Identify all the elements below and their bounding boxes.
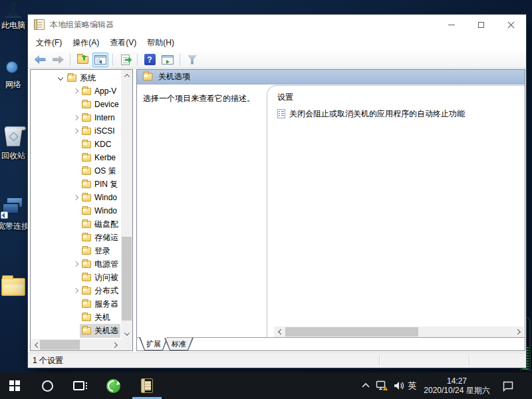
- folder-icon: [143, 73, 153, 81]
- tab-label: 标准: [164, 338, 194, 350]
- folder-icon: [82, 194, 91, 201]
- scrollbar-thumb[interactable]: [40, 340, 80, 350]
- tree-item-系统[interactable]: 系统: [31, 71, 121, 84]
- desktop-icon-broadband[interactable]: 宽带连接: [0, 197, 28, 232]
- network-status-button[interactable]: [374, 372, 391, 399]
- settings-column-header[interactable]: 设置: [277, 92, 293, 103]
- settings-list: 关闭会阻止或取消关机的应用程序的自动终止功能: [277, 107, 523, 120]
- new-window-icon: [162, 55, 174, 65]
- settings-horizontal-scrollbar[interactable]: [274, 327, 524, 337]
- tree-item-服务器[interactable]: 服务器: [31, 297, 121, 311]
- twisty-collapsed-icon[interactable]: [72, 127, 80, 135]
- gpedit-taskbar-button[interactable]: [132, 372, 162, 399]
- tree-vertical-scrollbar[interactable]: [121, 70, 132, 339]
- export-list-button[interactable]: [117, 53, 133, 67]
- maximize-button[interactable]: [466, 15, 496, 35]
- folder-icon: [82, 181, 91, 188]
- gpedit-window-icon: [34, 19, 45, 30]
- broadband-icon: [2, 197, 25, 217]
- twisty-placeholder: [72, 207, 80, 215]
- network-icon: [9, 65, 18, 77]
- help-button[interactable]: [142, 53, 158, 67]
- twisty-expanded-icon[interactable]: [57, 74, 65, 82]
- menu-item[interactable]: 查看(V): [104, 35, 142, 51]
- tree-item-label: OS 策: [94, 166, 116, 177]
- close-button[interactable]: [496, 15, 526, 35]
- filter-icon: [188, 55, 198, 65]
- tab-标准[interactable]: 标准: [164, 338, 194, 350]
- title-bar[interactable]: 本地组策略编辑器: [28, 15, 526, 35]
- filter-button[interactable]: [184, 53, 200, 67]
- scroll-right-button[interactable]: [110, 339, 121, 350]
- tree-item-磁盘配[interactable]: 磁盘配: [31, 217, 121, 231]
- minimize-icon: [448, 25, 455, 25]
- settings-panel: 设置 关闭会阻止或取消关机的应用程序的自动终止功能: [267, 85, 525, 337]
- start-button[interactable]: [0, 372, 29, 399]
- twisty-collapsed-icon[interactable]: [72, 114, 80, 122]
- tree-item-电源管[interactable]: 电源管: [31, 257, 121, 271]
- toolbar-separator: [112, 54, 113, 66]
- tree-item-OS 策[interactable]: OS 策: [31, 164, 121, 178]
- up-one-level-folder-button[interactable]: [74, 53, 90, 67]
- tree-item-Intern[interactable]: Intern: [31, 111, 121, 124]
- twisty-placeholder: [72, 247, 80, 255]
- tree-item-Windo[interactable]: Windo: [31, 204, 121, 217]
- tree-item-分布式[interactable]: 分布式: [31, 284, 121, 297]
- task-view-button[interactable]: [64, 372, 93, 399]
- tree-item-关机[interactable]: 关机: [31, 311, 121, 324]
- tree-item-登录[interactable]: 登录: [31, 244, 121, 257]
- menu-item[interactable]: 帮助(H): [142, 35, 180, 51]
- tree-item-App-V[interactable]: App-V: [31, 84, 121, 98]
- scroll-right-button[interactable]: [513, 327, 524, 337]
- minimize-button[interactable]: [436, 15, 466, 35]
- clock[interactable]: 14:27 2020/10/24 星期六: [420, 372, 493, 399]
- scroll-down-button[interactable]: [121, 328, 132, 339]
- scroll-left-button[interactable]: [274, 327, 285, 337]
- language-indicator[interactable]: 英: [404, 372, 420, 399]
- desktop-icon-folder[interactable]: [0, 278, 28, 300]
- tree-item-Kerbe[interactable]: Kerbe: [31, 151, 121, 164]
- window-title: 本地组策略编辑器: [50, 19, 114, 31]
- tree-item-Windo[interactable]: Windo: [31, 191, 121, 204]
- action-center-button[interactable]: [496, 372, 520, 399]
- show-console-tree-button[interactable]: [92, 53, 108, 67]
- this-pc-icon: [5, 4, 21, 18]
- chevron-right-icon: [515, 329, 520, 334]
- search-button[interactable]: [33, 372, 62, 399]
- tree-item-iSCSI[interactable]: iSCSI: [31, 124, 121, 138]
- desktop-icon-this-pc[interactable]: 此电脑: [0, 4, 28, 31]
- scroll-up-button[interactable]: [121, 70, 132, 81]
- tree-item-访问被[interactable]: 访问被: [31, 271, 121, 284]
- hidden-icons-button[interactable]: [358, 372, 374, 399]
- action-center-icon: [502, 380, 514, 392]
- tree-item-存储运[interactable]: 存储运: [31, 231, 121, 244]
- tree-item-label: Device: [94, 100, 119, 109]
- twisty-collapsed-icon[interactable]: [72, 87, 80, 95]
- twisty-collapsed-icon[interactable]: [72, 260, 80, 268]
- tree-item-label: 系统: [80, 72, 96, 84]
- tree-item-KDC[interactable]: KDC: [31, 138, 121, 151]
- tree-horizontal-scrollbar[interactable]: [31, 339, 121, 350]
- chevron-left-icon: [35, 342, 40, 347]
- scrollbar-thumb[interactable]: [285, 327, 418, 336]
- policy-setting-item[interactable]: 关闭会阻止或取消关机的应用程序的自动终止功能: [277, 107, 523, 120]
- desktop-icon-network[interactable]: 网络: [0, 65, 28, 90]
- back-button[interactable]: [32, 53, 48, 67]
- chevron-right-icon: [112, 342, 117, 347]
- folder-icon: [1, 278, 25, 296]
- window-content: 系统App-VDeviceInterniSCSIKDCKerbeOS 策PIN …: [28, 68, 526, 352]
- tree-item-PIN 复[interactable]: PIN 复: [31, 178, 121, 191]
- twisty-collapsed-icon[interactable]: [72, 194, 80, 201]
- browser-button[interactable]: [98, 372, 128, 399]
- forward-button[interactable]: [50, 53, 66, 67]
- toolbar-separator: [180, 54, 180, 66]
- new-window-button[interactable]: [160, 53, 176, 67]
- menu-item[interactable]: 操作(A): [67, 35, 104, 51]
- menu-item[interactable]: 文件(F): [31, 35, 67, 51]
- scrollbar-thumb[interactable]: [122, 237, 132, 321]
- desktop-icon-recycle-bin[interactable]: 回收站: [0, 126, 28, 162]
- tree-item-label: 访问被: [94, 272, 118, 283]
- twisty-collapsed-icon[interactable]: [72, 287, 80, 295]
- tree-item-关机选[interactable]: 关机选: [31, 324, 121, 337]
- tree-item-Device[interactable]: Device: [31, 98, 121, 111]
